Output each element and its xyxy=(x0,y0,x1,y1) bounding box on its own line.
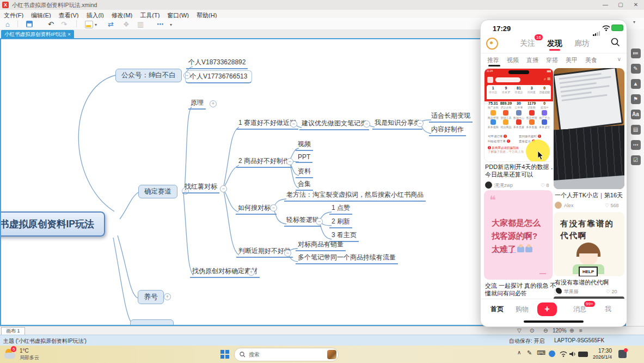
filter-icon[interactable]: ▽ xyxy=(517,328,522,334)
zoom-in-icon[interactable]: ⊕ xyxy=(569,328,574,334)
topic-heji[interactable]: 合集 xyxy=(296,179,313,191)
collapse-icon[interactable] xyxy=(316,218,323,225)
nav-shop[interactable]: 购物 xyxy=(516,305,529,314)
pdd-app-icon[interactable]: 组合商品 xyxy=(500,119,513,129)
taskbar-search-box[interactable]: 搜索 xyxy=(234,348,339,361)
tray-app-icon[interactable] xyxy=(549,350,555,357)
pdd-app-icon[interactable]: 营销工具 xyxy=(500,110,513,119)
weather-icon[interactable]: 6 xyxy=(4,348,17,361)
pdd-app-icon[interactable]: 商品管理 xyxy=(487,110,500,119)
category-tab[interactable]: 推荐 xyxy=(487,56,499,64)
save-icon[interactable] xyxy=(26,21,33,27)
minimize-button[interactable]: — xyxy=(598,0,613,10)
close-button[interactable]: ✕ xyxy=(628,0,643,10)
topic-clipped-bottom[interactable] xyxy=(130,319,174,326)
category-tab[interactable]: 穿搭 xyxy=(546,56,558,64)
feed-card-title[interactable]: 一个人开TK小店｜第16天 xyxy=(555,191,623,199)
topic-queding-saidao[interactable]: 确定赛道 xyxy=(138,185,177,198)
nav-home[interactable]: 首页 xyxy=(490,305,504,314)
wifi-icon[interactable] xyxy=(560,351,567,357)
post-button[interactable]: + xyxy=(537,302,557,316)
expand-icon[interactable] xyxy=(248,269,255,276)
feed-card-pdd-image[interactable]: 11:24 ▮▮▮ ⌕ ⊞ 1 待付款 9 待发货 81 待退款 3 待回复 0… xyxy=(484,68,554,162)
collapse-icon[interactable] xyxy=(220,185,227,192)
topic-saidao-haobuhao[interactable]: 1 赛道好不好做近期 xyxy=(236,118,298,130)
pdd-app-icon[interactable]: 多多直播 xyxy=(512,119,525,129)
tray-time[interactable]: 17:30 xyxy=(591,348,612,354)
document-tab[interactable]: 小红书虚拟原创资料IP玩法 × xyxy=(1,30,74,38)
home-icon[interactable]: ⌂ xyxy=(5,20,10,28)
tray-pen-icon[interactable]: ✎ xyxy=(527,349,532,356)
topic-duoge-biji[interactable]: 多个笔记带同一个商品持续有流量 xyxy=(296,253,398,264)
sidebar-icon[interactable]: ☑ xyxy=(631,155,641,165)
topic-root[interactable]: 小红书虚拟原创资料IP玩法 xyxy=(0,211,105,237)
feed-card-user[interactable]: 滉滉zwp xyxy=(485,182,513,189)
theme-caret-icon[interactable]: ▾ xyxy=(95,22,97,27)
feed-card-pink-image[interactable]: ❝ 大家都是怎么 找客源的啊? 太难了 xyxy=(484,190,553,280)
topic-yuanli[interactable]: 原理 xyxy=(188,98,206,110)
collapse-icon[interactable] xyxy=(286,158,293,165)
topic-jianyi[interactable]: 建议优先做图文笔记类 xyxy=(299,119,369,130)
sidebar-icon[interactable]: ▲ xyxy=(631,79,641,89)
tab-discover[interactable]: 发现 xyxy=(547,39,562,49)
redo-icon[interactable]: ↷ xyxy=(61,20,67,28)
topic-laofangfa[interactable]: 老方法：淘宝裂变虚拟词，然后搜索小红书商品 xyxy=(284,190,426,202)
topic-zhaohongshu[interactable]: 找红薯对标 xyxy=(182,182,219,193)
feed-card-user[interactable]: 苹果滕 xyxy=(555,288,579,295)
feed-card-user[interactable]: Alex xyxy=(555,202,574,209)
category-expand-icon[interactable]: ∨ xyxy=(617,56,621,62)
nav-messages[interactable]: 消息 xyxy=(573,305,586,314)
sidebar-icon[interactable]: Aa xyxy=(631,110,641,119)
topic-gongzhonghao[interactable]: 公众号：绅白不白 xyxy=(115,69,182,82)
fit-view-icon[interactable]: ≡ xyxy=(579,328,582,334)
topic-neironghao[interactable]: 内容好制作 xyxy=(429,125,466,136)
sidebar-icon[interactable]: ⚑ xyxy=(631,94,641,104)
collapse-icon[interactable] xyxy=(416,120,424,127)
weather-temp[interactable]: 1°C xyxy=(20,348,29,354)
topic-shipin[interactable]: 视频 xyxy=(296,140,313,151)
category-tab[interactable]: 美甲 xyxy=(566,56,578,64)
category-tab[interactable]: 美食 xyxy=(585,56,597,64)
preview-eye-icon[interactable]: ⊙ xyxy=(530,328,534,334)
tray-expand-icon[interactable]: ∧ xyxy=(517,349,521,355)
nav-me[interactable]: 我 xyxy=(605,305,611,314)
volume-icon[interactable] xyxy=(569,351,576,357)
export-icon[interactable]: ▥ xyxy=(137,20,144,28)
like-count[interactable]: ♡ 8 xyxy=(541,183,549,188)
topic-personal-v2[interactable]: 个人V17736766513 xyxy=(185,70,252,83)
collapse-icon[interactable] xyxy=(363,120,370,128)
topic-dianzan[interactable]: 1 点赞 xyxy=(329,203,352,215)
expand-icon[interactable] xyxy=(210,100,217,107)
sidebar-icon[interactable]: ✎ xyxy=(631,64,641,74)
pdd-app-icon[interactable]: 推广平台 xyxy=(538,110,551,119)
like-count[interactable]: ♡ 20 xyxy=(606,289,617,294)
sheet-tab[interactable]: 画布 1 xyxy=(1,327,25,335)
topic-shuaxin[interactable]: 2 刷新 xyxy=(329,217,352,228)
more-icon[interactable]: ⋯ xyxy=(157,20,164,28)
topic-yanghao[interactable]: 养号 xyxy=(138,290,164,304)
zoom-out-icon[interactable]: ⊖ xyxy=(543,328,548,334)
sidebar-icon[interactable]: ≔ xyxy=(631,49,641,58)
pdd-app-icon[interactable]: 多多进宝 xyxy=(538,119,551,129)
structure-icon[interactable]: ⇄ xyxy=(108,20,114,28)
category-tab[interactable]: 直播 xyxy=(526,56,538,64)
feed-card-title[interactable]: 有没有靠谱的代代啊 xyxy=(555,279,609,286)
collapse-icon[interactable] xyxy=(284,250,291,257)
tray-ime-icon[interactable]: ⌨ xyxy=(537,349,545,356)
undo-icon[interactable]: ↶ xyxy=(48,20,54,28)
tray-date[interactable]: 2026/1/4 xyxy=(587,354,612,360)
pdd-app-icon[interactable]: 多多客服 xyxy=(525,119,538,129)
feed-card-help-image[interactable]: 有没有靠谱的 代代啊 HELP xyxy=(554,212,624,276)
sidebar-icon[interactable]: ⋯ xyxy=(631,140,641,150)
tab-follow[interactable]: 关注 xyxy=(520,39,535,49)
topic-changqibianxian[interactable]: 适合长期变现 xyxy=(429,111,473,123)
feed-card-title[interactable]: 交流 一起探讨 真的很急 不懂就问有问必答 xyxy=(485,282,556,297)
pdd-app-icon[interactable]: 多多视频 xyxy=(487,119,500,129)
pdd-app-icon[interactable]: 数据中心 xyxy=(512,110,525,119)
topic-ziliao[interactable]: 资料 xyxy=(296,167,313,178)
more-caret-icon[interactable]: ▾ xyxy=(170,22,172,27)
xhs-live-icon[interactable] xyxy=(486,38,498,50)
collapse-icon[interactable] xyxy=(290,120,297,128)
phone-search-icon[interactable] xyxy=(611,38,620,47)
feed-card-title[interactable]: PDD新店刚开4天的数据，今日战果还算可以 xyxy=(485,163,555,178)
